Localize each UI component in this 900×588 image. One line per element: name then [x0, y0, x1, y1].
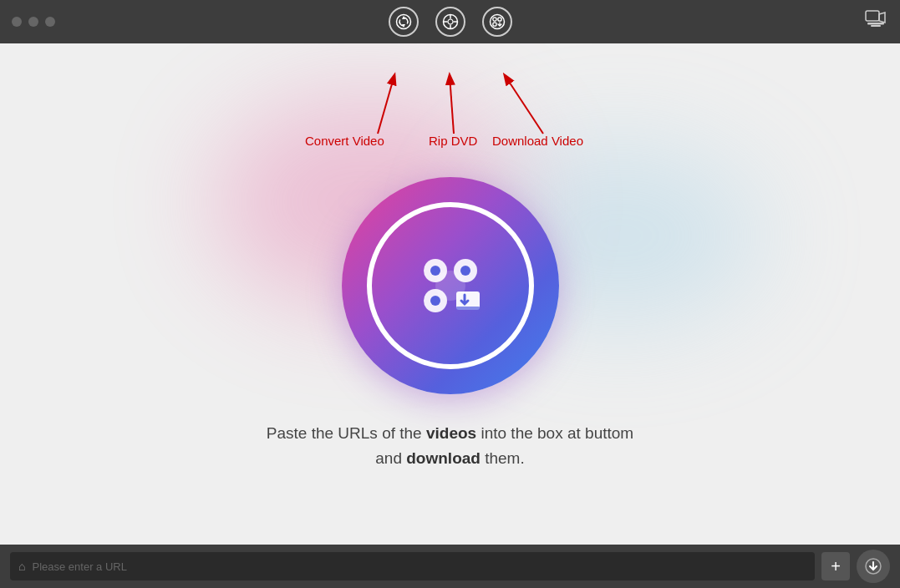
add-url-button[interactable]: + [821, 552, 850, 580]
svg-point-11 [492, 23, 496, 26]
logo-area [342, 177, 559, 394]
convert-video-icon [395, 13, 412, 30]
main-content: Convert Video Rip DVD Download Video [0, 43, 900, 545]
svg-line-16 [378, 75, 394, 134]
svg-point-9 [492, 18, 496, 21]
description-line2-start: and [375, 449, 406, 467]
svg-point-24 [430, 296, 440, 306]
description-text: Paste the URLs of the videos into the bo… [267, 421, 633, 472]
svg-rect-15 [871, 25, 881, 27]
titlebar-icons [389, 7, 512, 37]
description-bold-download: download [406, 449, 481, 467]
svg-line-18 [505, 75, 543, 134]
svg-point-4 [448, 19, 453, 24]
logo-reel-svg [396, 231, 505, 340]
close-light[interactable] [12, 17, 22, 27]
logo-inner-circle [367, 202, 534, 369]
minimize-light[interactable] [28, 17, 38, 27]
description-line1-end: into the box at buttom [476, 424, 633, 442]
arrows-svg [0, 43, 900, 169]
convert-video-label: Convert Video [305, 134, 384, 148]
convert-video-button[interactable] [389, 7, 419, 37]
svg-point-12 [490, 15, 504, 29]
svg-rect-14 [867, 23, 884, 25]
download-button[interactable] [857, 550, 890, 583]
corner-icon[interactable] [865, 10, 887, 33]
description-line1-start: Paste the URLs of the [267, 424, 426, 442]
svg-point-22 [460, 266, 470, 276]
rip-dvd-label: Rip DVD [429, 134, 477, 148]
maximize-light[interactable] [45, 17, 55, 27]
rip-dvd-icon [442, 13, 459, 30]
description-line2-end: them. [481, 449, 525, 467]
rip-dvd-button[interactable] [435, 7, 465, 37]
home-icon: ⌂ [18, 560, 25, 573]
svg-line-17 [450, 75, 454, 134]
download-video-label: Download Video [492, 134, 583, 148]
bottombar: ⌂ + [0, 545, 900, 588]
download-arrow-icon [865, 558, 882, 575]
svg-rect-27 [456, 307, 480, 310]
download-video-icon-svg [489, 13, 506, 30]
annotations-area: Convert Video Rip DVD Download Video [0, 43, 900, 169]
download-video-button[interactable] [482, 7, 512, 37]
svg-point-10 [497, 18, 501, 21]
titlebar [0, 0, 900, 43]
logo-circle [342, 177, 559, 394]
url-input[interactable] [32, 560, 806, 573]
description-bold-videos: videos [426, 424, 476, 442]
svg-point-20 [430, 266, 440, 276]
svg-rect-13 [866, 11, 879, 21]
traffic-lights [12, 17, 55, 27]
url-input-wrapper: ⌂ [10, 552, 815, 580]
